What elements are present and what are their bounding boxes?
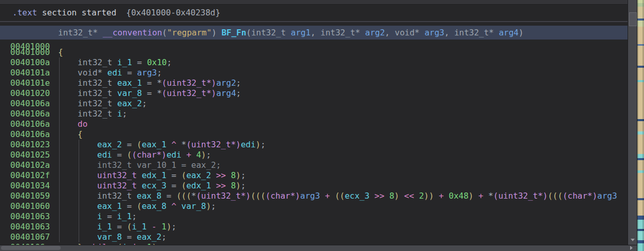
line-address[interactable]: 00401067: [10, 232, 50, 242]
function-signature-line[interactable]: 00401000 int32_t* __convention("regparm"…: [0, 26, 628, 40]
token-brace[interactable]: (: [181, 170, 187, 180]
token-gray[interactable]: ;: [142, 99, 147, 108]
token-cast[interactable]: uint32_t: [97, 181, 142, 190]
section-header-line[interactable]: .text section started {0x401000-0x40238d…: [0, 5, 640, 21]
token-var[interactable]: var_8: [181, 201, 206, 211]
token-gray[interactable]: *: [488, 191, 493, 201]
token-var[interactable]: eax_2: [137, 232, 161, 242]
token-op[interactable]: >>: [211, 170, 231, 180]
token-cast[interactable]: (char*): [266, 191, 300, 201]
token-gray[interactable]: ;: [211, 201, 216, 211]
token-op[interactable]: +: [320, 191, 335, 201]
vertical-scrollbar[interactable]: [628, 0, 637, 245]
token-var[interactable]: eax_2: [191, 160, 216, 170]
line-tokens[interactable]: i = i_1;: [97, 211, 137, 222]
code-line[interactable]: 0040101eint32_t eax_1 = *(uint32_t*)arg2…: [0, 78, 628, 88]
code-line[interactable]: 0040101avoid* edi = arg3;: [0, 68, 628, 78]
token-brace[interactable]: (: [137, 201, 142, 211]
token-gray[interactable]: =: [122, 140, 137, 149]
line-tokens[interactable]: uint32_t ecx_3 = (edx_1 >> 8);: [97, 181, 246, 191]
token-gray[interactable]: = *: [142, 78, 162, 88]
token-num[interactable]: 1: [161, 222, 167, 231]
token-arg[interactable]: arg3: [425, 28, 445, 37]
token-var[interactable]: eax_2: [117, 99, 142, 108]
token-num[interactable]: 8: [389, 191, 394, 201]
code-line[interactable]: 0040102fuint32_t edx_1 = (eax_2 >> 8);: [0, 170, 628, 181]
token-gray[interactable]: ;: [241, 170, 246, 180]
token-gray[interactable]: ;: [157, 68, 162, 78]
code-line[interactable]: 00401025edi = ((char*)edi + 4);: [0, 150, 628, 160]
token-brace[interactable]: )): [424, 191, 434, 201]
token-typ[interactable]: int32_t*: [454, 28, 499, 37]
token-gray[interactable]: *: [191, 191, 196, 201]
token-gray[interactable]: ;: [236, 78, 241, 88]
token-num[interactable]: 0x10: [147, 57, 167, 67]
token-typ[interactable]: int32_t*: [58, 28, 103, 37]
token-op[interactable]: <<: [399, 191, 419, 201]
line-address[interactable]: 0040106a: [10, 129, 50, 140]
token-gray[interactable]: =: [176, 160, 191, 170]
token-brace[interactable]: (((: [176, 191, 191, 201]
token-var[interactable]: i_1: [117, 57, 132, 67]
token-gray[interactable]: =: [102, 211, 117, 221]
code-line[interactable]: 00401023eax_2 = (eax_1 ^ *(uint32_t*)edi…: [0, 140, 628, 150]
line-tokens[interactable]: i_1 = (i_1 - 1);: [97, 222, 176, 232]
token-num[interactable]: 8: [231, 181, 236, 190]
token-gray[interactable]: ;: [261, 140, 266, 149]
token-brace[interactable]: ): [206, 201, 211, 211]
token-op[interactable]: ^: [167, 201, 181, 211]
scroll-down-button[interactable]: [629, 235, 637, 244]
token-gray[interactable]: ,: [385, 28, 395, 37]
token-op[interactable]: >>: [370, 191, 390, 201]
token-typ[interactable]: void*: [78, 68, 107, 78]
line-tokens[interactable]: int32_t var_8 = *(uint32_t*)arg4;: [78, 88, 241, 99]
token-var[interactable]: i_1: [117, 211, 132, 221]
token-brace[interactable]: (((: [251, 191, 266, 201]
line-tokens[interactable]: {: [58, 47, 63, 57]
token-gray[interactable]: ;: [132, 211, 137, 221]
line-address[interactable]: 0040102a: [10, 160, 50, 170]
token-op[interactable]: -: [146, 222, 161, 231]
token-brace[interactable]: ((: [335, 191, 344, 201]
horizontal-scrollbar[interactable]: [0, 245, 637, 251]
code-line[interactable]: 00401060eax_1 = (eax_8 ^ var_8);: [0, 201, 628, 211]
token-cast[interactable]: (uint32_t*): [162, 88, 216, 98]
token-var[interactable]: eax_1: [97, 201, 122, 211]
code-line[interactable]: 0040106aint32_t eax_2;: [0, 99, 628, 109]
token-brace[interactable]: ): [201, 150, 206, 160]
line-tokens[interactable]: int32_t eax_2;: [78, 99, 147, 109]
line-tokens[interactable]: eax_1 = (eax_8 ^ var_8);: [97, 201, 216, 211]
line-address[interactable]: 00401020: [10, 88, 50, 99]
code-line[interactable]: 00401063i = i_1;: [0, 211, 628, 222]
token-gray[interactable]: ;: [206, 150, 211, 160]
scroll-right-button[interactable]: [627, 245, 635, 250]
line-address[interactable]: 00401059: [10, 191, 50, 201]
token-gray[interactable]: =: [122, 232, 137, 242]
token-typ[interactable]: int32_t: [78, 109, 117, 119]
token-brace[interactable]: {: [78, 129, 83, 139]
token-gray[interactable]: ;: [167, 57, 172, 67]
token-gray[interactable]: (: [162, 28, 167, 37]
token-str[interactable]: "regparm": [167, 28, 212, 37]
line-tokens[interactable]: int32_t i_1 = 0x10;: [78, 57, 172, 68]
token-brace[interactable]: ): [469, 191, 474, 201]
line-address[interactable]: 0040106a: [10, 119, 50, 129]
token-sect[interactable]: .text: [12, 8, 37, 17]
line-address[interactable]: 0040106a: [10, 99, 50, 109]
line-tokens[interactable]: edi = ((char*)edi + 4);: [97, 150, 211, 160]
token-var[interactable]: var_8: [117, 88, 142, 98]
token-cast[interactable]: (uint32_t*): [186, 140, 241, 149]
line-tokens[interactable]: eax_2 = (eax_1 ^ *(uint32_t*)edi);: [97, 140, 266, 150]
token-arg[interactable]: arg4: [216, 88, 236, 98]
token-var[interactable]: i_1: [97, 222, 112, 231]
function-signature-tokens[interactable]: int32_t* __convention("regparm") BF_Fn(i…: [58, 26, 524, 40]
token-gray[interactable]: ,: [310, 28, 320, 37]
token-arg[interactable]: arg1: [291, 28, 311, 37]
token-num[interactable]: 4: [196, 150, 201, 160]
line-address[interactable]: 0040101e: [10, 78, 50, 88]
token-var[interactable]: var_8: [97, 232, 122, 242]
token-gray[interactable]: =: [167, 170, 181, 180]
line-tokens[interactable]: int32_t eax_8 = (((*(uint32_t*)((((char*…: [97, 191, 617, 201]
code-line[interactable]: 0040102aint32_t var_10_1 = eax_2;: [0, 160, 628, 170]
token-gray[interactable]: =: [112, 222, 127, 231]
